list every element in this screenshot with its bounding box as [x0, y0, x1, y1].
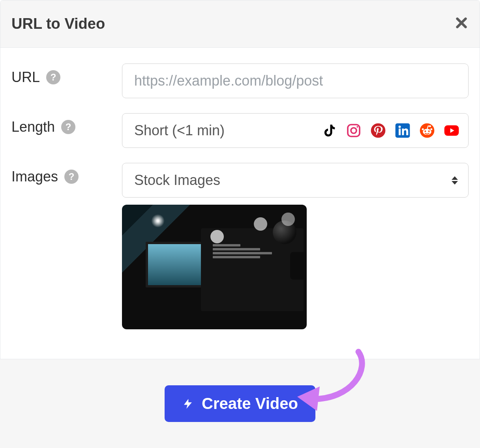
svg-point-9 [430, 128, 432, 130]
url-row: URL ? [11, 63, 469, 98]
close-button[interactable] [454, 15, 469, 33]
svg-point-7 [424, 131, 426, 132]
svg-point-8 [428, 131, 430, 132]
youtube-icon [444, 123, 459, 138]
dialog-footer: Create Video [0, 359, 480, 448]
bolt-icon [182, 396, 194, 411]
images-selected: Stock Images [134, 172, 452, 189]
length-select[interactable]: Short (<1 min) [122, 113, 469, 148]
svg-point-10 [422, 128, 424, 130]
url-label: URL [11, 69, 40, 86]
create-video-label: Create Video [202, 395, 298, 413]
help-icon[interactable]: ? [64, 170, 79, 184]
create-video-button[interactable]: Create Video [165, 385, 315, 422]
dialog-title: URL to Video [11, 15, 105, 32]
help-icon[interactable]: ? [46, 70, 60, 84]
length-label: Length [11, 119, 55, 135]
tiktok-icon [321, 123, 337, 138]
close-icon [454, 16, 469, 30]
pinterest-icon [370, 123, 386, 138]
images-row: Images ? Stock Images [11, 163, 469, 198]
svg-point-2 [356, 126, 358, 128]
select-chevrons-icon [452, 176, 458, 185]
instagram-icon [346, 123, 362, 138]
images-label: Images [11, 168, 58, 185]
social-icons [321, 123, 459, 138]
dialog-body: URL ? Length ? Short (<1 min) [0, 48, 480, 355]
url-input[interactable] [122, 63, 469, 98]
linkedin-icon [395, 123, 411, 138]
svg-point-1 [351, 128, 356, 133]
preview-row [11, 205, 469, 329]
images-select[interactable]: Stock Images [122, 163, 469, 198]
stock-image-preview [122, 205, 307, 329]
length-row: Length ? Short (<1 min) [11, 113, 469, 148]
reddit-icon [419, 123, 435, 138]
dialog-header: URL to Video [0, 0, 480, 48]
help-icon[interactable]: ? [61, 120, 75, 134]
length-value: Short (<1 min) [134, 122, 316, 139]
